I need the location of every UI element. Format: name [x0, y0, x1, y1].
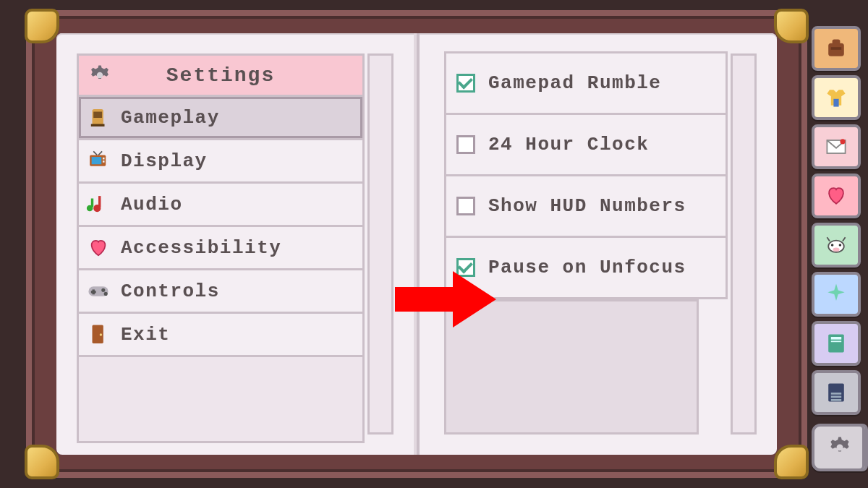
option-gamepad-rumble[interactable]: Gamepad Rumble [444, 51, 728, 115]
menu-item-audio[interactable]: Audio [77, 181, 365, 227]
tab-outfit[interactable] [812, 75, 861, 120]
left-scroll-gutter[interactable] [367, 53, 393, 435]
page-right: Gamepad Rumble 24 Hour Clock Show HUD Nu… [417, 33, 777, 455]
page-left: Settings Gameplay Display Audio [56, 33, 417, 455]
option-label: Show HUD Numbers [488, 195, 686, 217]
tab-crafting[interactable] [812, 272, 861, 317]
checkbox-icon[interactable] [456, 197, 475, 215]
book-corner-bl [25, 445, 59, 479]
menu-item-label: Accessibility [121, 237, 281, 259]
tab-strip [812, 26, 868, 488]
tab-settings[interactable] [812, 424, 868, 471]
book-corner-tr [774, 9, 809, 43]
checkbox-icon[interactable] [456, 135, 475, 154]
menu-item-label: Exit [121, 324, 170, 346]
menu-item-label: Gameplay [121, 107, 220, 129]
option-show-hud-numbers[interactable]: Show HUD Numbers [444, 174, 728, 238]
book-corner-tl [25, 9, 59, 43]
menu-item-display[interactable]: Display [77, 138, 365, 184]
door-icon [86, 322, 111, 347]
right-scroll-gutter[interactable] [731, 53, 757, 435]
book-frame: Settings Gameplay Display Audio [26, 10, 807, 478]
knight-icon [86, 106, 111, 130]
annotation-arrow-icon [395, 267, 496, 332]
gamepad-icon [86, 279, 111, 304]
music-icon [86, 192, 111, 217]
menu-item-accessibility[interactable]: Accessibility [77, 225, 365, 270]
tab-animals[interactable] [812, 223, 861, 267]
tab-journal[interactable] [812, 370, 861, 415]
option-label: Gamepad Rumble [488, 72, 661, 94]
heart-icon [86, 236, 111, 260]
book-corner-br [774, 445, 809, 479]
options-list: Gamepad Rumble 24 Hour Clock Show HUD Nu… [444, 51, 728, 435]
settings-header: Settings [77, 53, 365, 97]
tab-collection[interactable] [812, 321, 861, 366]
settings-menu: Gameplay Display Audio Accessibility [77, 95, 365, 443]
checkbox-icon[interactable] [456, 74, 475, 93]
tab-relationships[interactable] [812, 174, 861, 218]
menu-item-gameplay[interactable]: Gameplay [77, 95, 365, 140]
tab-inventory[interactable] [812, 26, 861, 71]
tv-icon [86, 149, 111, 174]
option-24-hour-clock[interactable]: 24 Hour Clock [444, 113, 728, 176]
paper: Settings Gameplay Display Audio [56, 33, 777, 455]
menu-item-controls[interactable]: Controls [77, 268, 365, 314]
menu-item-exit[interactable]: Exit [77, 312, 365, 357]
menu-filler [77, 355, 365, 443]
settings-title: Settings [79, 64, 362, 87]
tab-mail[interactable] [812, 124, 861, 169]
option-label: Pause on Unfocus [488, 257, 686, 278]
option-label: 24 Hour Clock [488, 134, 649, 155]
menu-item-label: Controls [121, 281, 220, 302]
menu-item-label: Audio [121, 194, 183, 215]
menu-item-label: Display [121, 150, 208, 172]
